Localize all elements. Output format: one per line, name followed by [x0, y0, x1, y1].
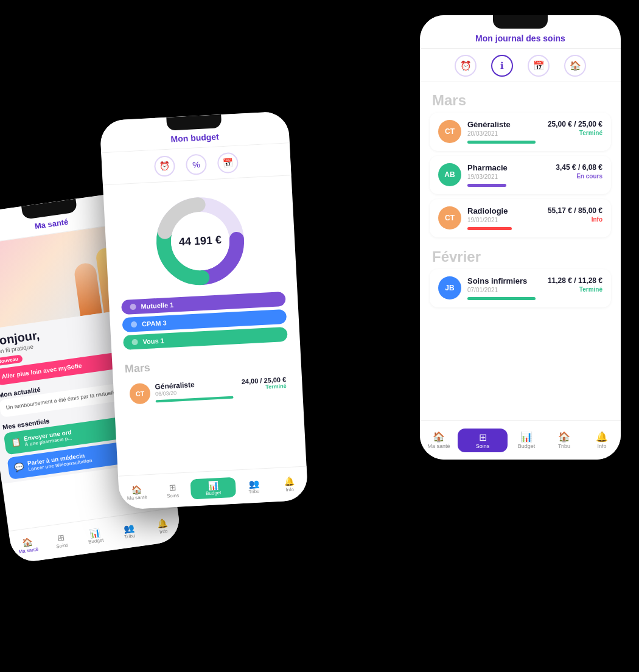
- care-soins-right: 11,28 € / 11,28 € Terminé: [542, 276, 602, 293]
- care-generaliste-date: 20/03/2021: [467, 130, 536, 137]
- jnav-tribu[interactable]: 🏠Tribu: [545, 431, 583, 449]
- budget-amount: 44 191 €: [178, 234, 222, 249]
- care-soins-date: 07/01/2021: [467, 287, 536, 293]
- bnav-tribu[interactable]: 👥Tribu: [236, 477, 272, 495]
- legend-mutuelle-label: Mutuelle 1: [141, 301, 173, 310]
- journal-tab-info[interactable]: ℹ: [491, 55, 513, 77]
- avatar-ct-1: CT: [438, 120, 461, 143]
- budget-title: Mon budget: [170, 131, 219, 144]
- journal-fevrier-title: Février: [420, 242, 621, 269]
- bnav-soins[interactable]: ⊞Soins: [155, 481, 191, 499]
- nav-soins[interactable]: ⊞Soins: [44, 530, 80, 551]
- care-soins-amount: 11,28 € / 11,28 €: [542, 276, 602, 285]
- care-soins-bar: [467, 297, 536, 300]
- legend-cpam-label: CPAM 3: [142, 319, 167, 327]
- bnav-info[interactable]: 🔔Info: [271, 475, 308, 493]
- care-radiologie-bar: [467, 227, 512, 230]
- care-generaliste-name: Généraliste: [467, 120, 536, 129]
- care-pharmacie-bar: [467, 184, 506, 187]
- phone-front: Mon journal des soins ⏰ ℹ 📅 🏠 Mars CT Gé…: [420, 15, 621, 460]
- care-pharmacie-status: En cours: [542, 173, 602, 180]
- journal-tab-calendar[interactable]: 📅: [528, 55, 550, 77]
- budget-avatar-ct: CT: [129, 383, 151, 405]
- scene: Ma santé 👤 Bonjour, Mon fil pratique Nou…: [0, 0, 639, 672]
- care-pharmacie-amount: 3,45 € / 6,08 €: [542, 163, 602, 172]
- journal-row-radiologie[interactable]: CT Radiologie 19/01/2021 55,17 € / 85,00…: [430, 199, 611, 237]
- care-soins-details: Soins infirmiers 07/01/2021: [467, 276, 536, 300]
- journal-title: Mon journal des soins: [475, 33, 565, 43]
- care-pharmacie-name: Pharmacie: [467, 163, 536, 172]
- care-generaliste-amount: 25,00 € / 25,00 €: [542, 120, 602, 128]
- journal-row-generaliste[interactable]: CT Généraliste 20/03/2021 25,00 € / 25,0…: [430, 113, 611, 151]
- journal-mars-title: Mars: [420, 82, 621, 113]
- care-radiologie-date: 19/01/2021: [467, 217, 536, 223]
- care-radiologie-status: Info: [542, 216, 602, 223]
- journal-row-pharmacie[interactable]: AB Pharmacie 19/03/2021 3,45 € / 6,08 € …: [430, 156, 611, 194]
- jnav-masante[interactable]: 🏠Ma santé: [420, 431, 458, 449]
- care-radiologie-right: 55,17 € / 85,00 € Info: [542, 206, 602, 223]
- care-pharmacie-date: 19/03/2021: [467, 173, 536, 180]
- budget-legend: Mutuelle 1 CPAM 3 Vous 1: [109, 291, 301, 360]
- care-generaliste-details: Généraliste 20/03/2021: [467, 120, 536, 144]
- legend-dot-3: [131, 339, 138, 346]
- budget-tab-cal[interactable]: 📅: [217, 152, 239, 174]
- ms-bottom-nav: 🏠Ma santé ⊞Soins 📊Budget 👥Tribu 🔔Info: [9, 507, 182, 564]
- care-radiologie-name: Radiologie: [467, 206, 536, 215]
- budget-bottom-nav: 🏠Ma santé ⊞Soins 📊Budget 👥Tribu 🔔Info: [118, 466, 309, 510]
- phone-front-wrapper: Mon journal des soins ⏰ ℹ 📅 🏠 Mars CT Gé…: [420, 15, 621, 460]
- journal-tabs: ⏰ ℹ 📅 🏠: [420, 49, 621, 82]
- journal-row-soins-infirmiers[interactable]: JB Soins infirmiers 07/01/2021 11,28 € /…: [430, 269, 611, 307]
- nav-masante[interactable]: 🏠Ma santé: [10, 535, 46, 556]
- ms-nouveau-badge: Nouveau: [0, 354, 23, 366]
- journal-tab-home[interactable]: 🏠: [564, 55, 586, 77]
- legend-dot-2: [131, 321, 138, 328]
- nav-info-back[interactable]: 🔔Info: [145, 516, 181, 537]
- legend-vous-label: Vous 1: [142, 337, 164, 345]
- care-soins-status: Terminé: [542, 286, 602, 293]
- care-pharmacie-right: 3,45 € / 6,08 € En cours: [542, 163, 602, 180]
- jnav-info[interactable]: 🔔Info: [583, 431, 621, 449]
- budget-care-bar-1: [156, 396, 234, 403]
- budget-tab-clock[interactable]: ⏰: [154, 155, 176, 177]
- nav-budget-back[interactable]: 📊Budget: [77, 526, 113, 547]
- donut-chart: 44 191 €: [149, 190, 251, 292]
- legend-dot-1: [130, 304, 136, 310]
- journal-tab-clock[interactable]: ⏰: [455, 55, 477, 77]
- avatar-ab: AB: [438, 163, 461, 186]
- pharmacy-icon: 📋: [10, 437, 21, 447]
- doctor-icon: 💬: [14, 462, 25, 472]
- ms-title: Ma santé: [34, 217, 69, 231]
- care-soins-name: Soins infirmiers: [467, 276, 536, 285]
- journal-bottom-nav: 🏠Ma santé ⊞Soins 📊Budget 🏠Tribu 🔔Info: [420, 420, 621, 460]
- phone-mid: Mon budget ⏰ % 📅: [99, 111, 308, 509]
- budget-tab-chart[interactable]: %: [186, 153, 208, 175]
- care-radiologie-amount: 55,17 € / 85,00 €: [542, 206, 602, 215]
- care-pharmacie-details: Pharmacie 19/03/2021: [467, 163, 536, 187]
- care-generaliste-status: Terminé: [542, 130, 602, 136]
- avatar-ct-2: CT: [438, 206, 461, 229]
- jnav-budget[interactable]: 📊Budget: [508, 431, 545, 449]
- nav-tribu-back[interactable]: 👥Tribu: [111, 521, 147, 542]
- avatar-jb: JB: [438, 276, 461, 299]
- bnav-masante[interactable]: 🏠Ma santé: [119, 483, 155, 501]
- care-generaliste-bar: [467, 141, 536, 144]
- jnav-soins-active[interactable]: ⊞Soins: [458, 429, 508, 452]
- notch-front: [493, 15, 548, 29]
- phone-mid-wrapper: Mon budget ⏰ % 📅: [99, 111, 308, 509]
- care-generaliste-right: 25,00 € / 25,00 € Terminé: [542, 120, 602, 136]
- budget-donut-container: 44 191 €: [103, 175, 298, 301]
- care-radiologie-details: Radiologie 19/01/2021: [467, 206, 536, 230]
- notch-mid: [166, 114, 222, 131]
- bnav-budget-active[interactable]: 📊Budget: [190, 477, 236, 500]
